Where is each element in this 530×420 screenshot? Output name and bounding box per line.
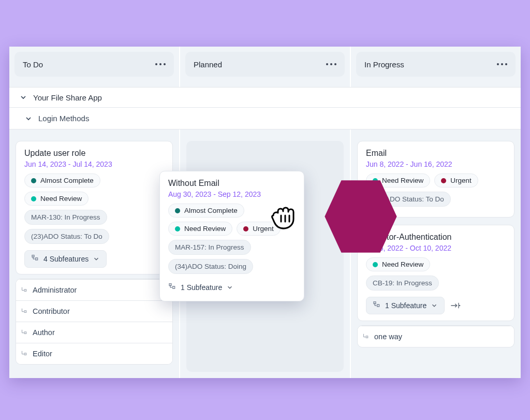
integration-tag[interactable]: CB-19: In Progress bbox=[366, 276, 439, 291]
subfeatures-toggle[interactable]: 4 Subfeatures bbox=[24, 250, 107, 268]
column-header-in-progress[interactable]: In Progress bbox=[356, 52, 516, 77]
integration-tag[interactable]: MAR-157: In Progress bbox=[168, 240, 251, 255]
dot-icon bbox=[441, 178, 446, 183]
score-value: 44 bbox=[155, 151, 162, 158]
status-pill[interactable]: Need Review bbox=[168, 222, 232, 236]
column-body-in-progress: Email Jun 8, 2022 - Jun 16, 2022 52 Need… bbox=[351, 135, 521, 378]
status-pill[interactable]: Need Review bbox=[366, 257, 430, 271]
subgroup-header[interactable]: Login Methods bbox=[9, 108, 521, 129]
tags: MAR-130: In Progress (23)ADO Status: To … bbox=[24, 210, 164, 248]
dot-icon bbox=[175, 226, 180, 231]
score-value: 44 bbox=[497, 235, 504, 242]
subfeatures-list: one way bbox=[357, 325, 514, 347]
column-title: In Progress bbox=[364, 60, 404, 69]
tree-icon bbox=[20, 286, 27, 294]
chevron-down-icon bbox=[24, 114, 33, 123]
column-header-planned[interactable]: Planned bbox=[185, 52, 345, 77]
column-menu-button[interactable] bbox=[497, 63, 507, 65]
subfeatures-label: 4 Subfeatures bbox=[43, 255, 89, 263]
card-title: Email bbox=[366, 149, 506, 158]
card-without-email[interactable]: Without Email Aug 30, 2023 - Sep 12, 202… bbox=[159, 171, 304, 301]
card-update-user-role[interactable]: Update user role Jun 14, 2023 - Jul 14, … bbox=[16, 141, 173, 274]
tree-icon bbox=[362, 333, 369, 340]
column-title: Planned bbox=[194, 60, 222, 69]
card-title: Update user role bbox=[24, 149, 164, 158]
dot-icon bbox=[175, 208, 180, 213]
subfeatures-label: 1 Subfeature bbox=[181, 283, 222, 292]
score-badge: 44 bbox=[152, 148, 166, 162]
chevron-down-icon bbox=[19, 93, 28, 102]
group-title: Your File Share App bbox=[33, 93, 102, 102]
subfeature-item[interactable]: Administrator bbox=[16, 279, 172, 300]
status-pills: Almost Complete Need Review bbox=[24, 173, 164, 206]
chevron-down-icon bbox=[226, 284, 233, 291]
group-header[interactable]: Your File Share App bbox=[9, 87, 521, 108]
subfeature-item[interactable]: one way bbox=[358, 326, 514, 347]
card-date-range: Aug 30, 2023 - Sep 12, 2023 bbox=[168, 190, 296, 198]
subfeature-item[interactable]: Editor bbox=[16, 343, 172, 364]
score-value: 52 bbox=[497, 151, 504, 158]
subfeature-item[interactable]: Contributor bbox=[16, 300, 172, 322]
chevron-down-icon bbox=[431, 302, 438, 309]
status-pills: Need Review bbox=[366, 257, 506, 271]
subfeatures-label: 1 Subfeature bbox=[385, 301, 426, 310]
subfeatures-toggle[interactable]: 1 Subfeature bbox=[168, 280, 233, 295]
dot-icon bbox=[31, 178, 36, 183]
tree-icon bbox=[31, 255, 39, 263]
card-title: Without Email bbox=[168, 179, 296, 188]
score-value: 46 bbox=[287, 181, 293, 189]
subfeatures-list: Administrator Contributor Author Editor bbox=[16, 279, 173, 365]
column-menu-button[interactable] bbox=[326, 63, 336, 65]
subgroup-title: Login Methods bbox=[38, 114, 89, 123]
tags: MAR-157: In Progress (34)ADO Status: Doi… bbox=[168, 240, 296, 278]
score-badge: 52 bbox=[493, 148, 508, 162]
tree-icon bbox=[168, 283, 176, 292]
subfeatures-toggle[interactable]: 1 Subfeature bbox=[366, 297, 445, 314]
chevron-down-icon bbox=[93, 255, 100, 263]
column-body-todo: Update user role Jun 14, 2023 - Jul 14, … bbox=[9, 135, 179, 378]
status-pill[interactable]: Urgent bbox=[434, 173, 478, 187]
column-menu-button[interactable] bbox=[155, 63, 166, 65]
status-pill[interactable]: Almost Complete bbox=[24, 173, 100, 187]
column-header-todo[interactable]: To Do bbox=[14, 52, 174, 77]
integration-tag[interactable]: (34)ADO Status: Doing bbox=[168, 259, 253, 274]
kanban-board: To Do Update user role Jun 14, 2023 - Ju… bbox=[9, 47, 521, 378]
status-pill[interactable]: Almost Complete bbox=[168, 204, 244, 218]
integration-tag[interactable]: MAR-130: In Progress bbox=[24, 210, 107, 225]
status-pill[interactable]: Need Review bbox=[24, 192, 89, 206]
tree-icon bbox=[20, 350, 27, 357]
tree-icon bbox=[20, 308, 27, 315]
dot-icon bbox=[31, 196, 36, 201]
dot-icon bbox=[243, 226, 248, 231]
status-pill[interactable]: Urgent bbox=[237, 222, 281, 236]
score-badge: 44 bbox=[493, 231, 508, 246]
status-pills: Almost Complete Need Review Urgent bbox=[168, 204, 296, 236]
dependency-icon[interactable] bbox=[450, 301, 461, 310]
score-badge: 46 bbox=[283, 178, 298, 192]
tree-icon bbox=[373, 301, 381, 310]
card-date-range: Jun 14, 2023 - Jul 14, 2023 bbox=[24, 160, 164, 168]
card-date-range: Jun 8, 2022 - Jun 16, 2022 bbox=[366, 160, 506, 168]
column-title: To Do bbox=[23, 60, 43, 69]
tree-icon bbox=[20, 329, 27, 336]
svg-point-1 bbox=[459, 305, 461, 307]
dot-icon bbox=[373, 262, 378, 267]
subfeature-item[interactable]: Author bbox=[16, 322, 172, 343]
integration-tag[interactable]: (23)ADO Status: To Do bbox=[24, 229, 109, 244]
